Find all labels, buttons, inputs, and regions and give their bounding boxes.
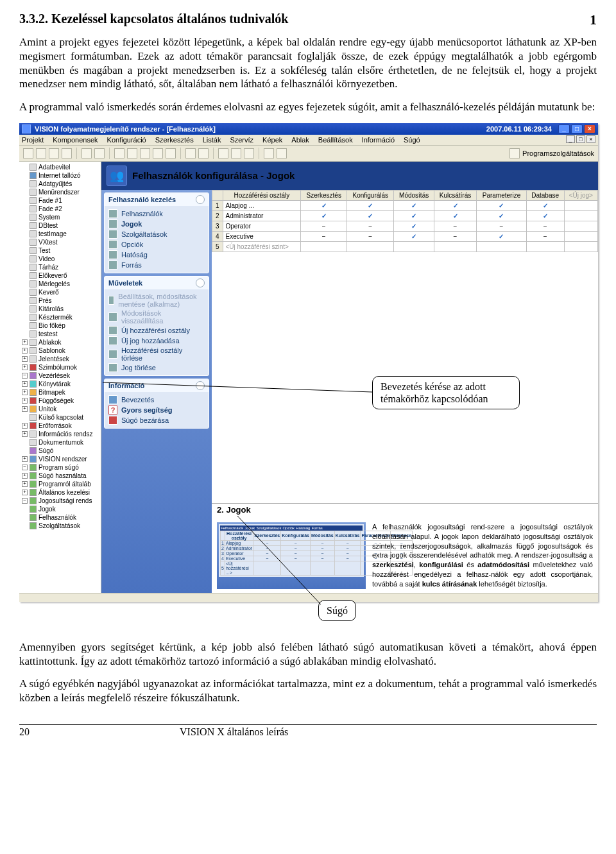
toolbar-icon[interactable] (153, 148, 163, 158)
tree-item[interactable]: testest (21, 330, 101, 338)
tree-item[interactable]: +Információs rendsz (21, 430, 101, 438)
tree-toggle-icon[interactable]: + (22, 473, 28, 479)
tree-item[interactable]: Késztermék (21, 313, 101, 321)
nav-item[interactable]: Forrás (107, 260, 206, 270)
perm-row[interactable]: 5<Új hozzáférési szint> (212, 241, 598, 252)
tree-item[interactable]: Szolgáltatások (21, 522, 101, 530)
toolbar-icon[interactable] (36, 148, 46, 158)
tree-item[interactable]: +Súgó használata (21, 472, 101, 480)
perm-row[interactable]: 2Administrator✓✓✓✓✓✓ (212, 210, 598, 221)
mdi-minimize-button[interactable]: _ (566, 135, 575, 143)
menu-item[interactable]: Projekt (22, 136, 44, 144)
tree-item[interactable]: Tárház (21, 263, 101, 271)
tree-toggle-icon[interactable]: + (22, 456, 28, 462)
menu-item[interactable]: Szerkesztés (155, 136, 194, 144)
tree-item[interactable]: Fade #1 (21, 196, 101, 205)
chevron-icon[interactable] (196, 278, 205, 287)
tree-item[interactable]: Dokumentumok (21, 438, 101, 447)
menu-item[interactable]: Szervíz (230, 136, 253, 144)
perm-col-header[interactable]: Szerkesztés (301, 190, 347, 200)
tree-item[interactable]: +Általános kezelési (21, 488, 101, 497)
perm-col-header[interactable]: Konfigurálás (347, 190, 394, 200)
nav-item[interactable]: Hatóság (107, 250, 206, 260)
tree-item[interactable]: +Jelentések (21, 355, 101, 363)
tree-item[interactable]: +VISION rendszer (21, 455, 101, 463)
tree-toggle-icon[interactable]: + (22, 406, 28, 412)
tree-item[interactable]: Adatbevitel (21, 163, 101, 171)
menu-item[interactable]: Súgó (404, 136, 420, 144)
perm-col-header[interactable]: Hozzáférési osztály (223, 190, 301, 200)
minimize-button[interactable]: _ (558, 124, 570, 133)
tree-toggle-icon[interactable]: + (22, 431, 28, 437)
menu-item[interactable]: Képek (262, 136, 282, 144)
tree-item[interactable]: VXtest (21, 238, 101, 246)
tree-item[interactable]: +Könyvtárak (21, 380, 101, 388)
tree-item[interactable]: +Programról általáb (21, 480, 101, 488)
tree-item[interactable]: −Jogosultsági rends (21, 497, 101, 505)
tree-item[interactable]: DBtest (21, 221, 101, 230)
perm-row[interactable]: 4Executive−−✓−✓− (212, 231, 598, 241)
menu-item[interactable]: Konfiguráció (107, 136, 146, 144)
nav-item[interactable]: Jogok (107, 219, 206, 229)
tree-toggle-icon[interactable]: + (22, 356, 28, 362)
perm-col-header[interactable]: Módosítás (394, 190, 434, 200)
tree-toggle-icon[interactable]: + (22, 481, 28, 487)
nav-item[interactable]: Hozzáférési osztály törlése (107, 346, 206, 363)
tree-toggle-icon[interactable]: + (22, 348, 28, 354)
toolbar-icon[interactable] (198, 148, 209, 158)
menu-item[interactable]: Beállítások (318, 136, 353, 144)
tree-item[interactable]: Adatgyűjtés (21, 180, 101, 188)
tree-item[interactable]: +Bitmapek (21, 388, 101, 397)
tree-item[interactable]: −Program súgó (21, 463, 101, 472)
toolbar-right-icon[interactable] (509, 148, 520, 158)
tree-item[interactable]: Bio főkép (21, 321, 101, 330)
nav-item[interactable]: ?Gyors segítség (107, 405, 206, 415)
toolbar-icon[interactable] (166, 148, 176, 158)
tree-item[interactable]: Kitárolás (21, 305, 101, 313)
toolbar-icon[interactable] (185, 148, 196, 158)
menu-item[interactable]: Komponensek (53, 136, 98, 144)
toolbar-icon[interactable] (231, 148, 241, 158)
toolbar-icon[interactable] (244, 148, 254, 158)
tree-item[interactable]: testImage (21, 230, 101, 238)
nav-item[interactable]: Súgó bezárása (107, 415, 206, 425)
tree-item[interactable]: Test (21, 246, 101, 255)
tree-toggle-icon[interactable]: + (22, 398, 28, 404)
toolbar-icon[interactable] (140, 148, 150, 158)
tree-toggle-icon[interactable]: − (22, 498, 28, 504)
chevron-icon[interactable] (196, 381, 205, 390)
maximize-button[interactable]: □ (571, 124, 583, 133)
toolbar-icon[interactable] (81, 148, 92, 158)
perm-row[interactable]: 1Alapjog ...✓✓✓✓✓✓ (212, 200, 598, 210)
tree-item[interactable]: −Vezérlések (21, 371, 101, 380)
toolbar-icon[interactable] (218, 148, 228, 158)
nav-item[interactable]: Felhasználók (107, 209, 206, 219)
tree-toggle-icon[interactable]: + (22, 490, 28, 495)
nav-item[interactable]: Új jog hozzáadása (107, 336, 206, 346)
nav-item[interactable]: Opciók (107, 239, 206, 250)
toolbar-icon[interactable] (114, 148, 124, 158)
tree-item[interactable]: Fade #2 (21, 205, 101, 213)
menu-item[interactable]: Információ (362, 136, 395, 144)
perm-col-header[interactable]: Database (526, 190, 564, 200)
tree-item[interactable]: +Szimbólumok (21, 363, 101, 371)
close-button[interactable]: × (584, 124, 595, 133)
project-tree[interactable]: AdatbevitelInternet tallózóAdatgyűjtésMe… (19, 162, 101, 593)
tree-item[interactable]: Súgó (21, 447, 101, 455)
nav-item[interactable]: Szolgáltatások (107, 229, 206, 239)
nav-item[interactable]: Jog törlése (107, 363, 206, 373)
tree-item[interactable]: Mérlegelés (21, 280, 101, 288)
tree-item[interactable]: Menürendszer (21, 188, 101, 196)
tree-item[interactable]: Prés (21, 296, 101, 305)
tree-toggle-icon[interactable]: − (22, 465, 28, 470)
toolbar-icon[interactable] (23, 148, 33, 158)
tree-toggle-icon[interactable]: − (22, 373, 28, 379)
nav-item[interactable]: Bevezetés (107, 395, 206, 405)
tree-item[interactable]: +Sablonok (21, 346, 101, 355)
menu-item[interactable]: Listák (203, 136, 221, 144)
tree-item[interactable]: Video (21, 255, 101, 263)
tree-item[interactable]: Külső kapcsolat (21, 413, 101, 422)
mdi-restore-button[interactable]: □ (576, 135, 585, 143)
perm-col-header[interactable]: <Új jog> (564, 190, 597, 200)
tree-item[interactable]: +Unitok (21, 405, 101, 413)
